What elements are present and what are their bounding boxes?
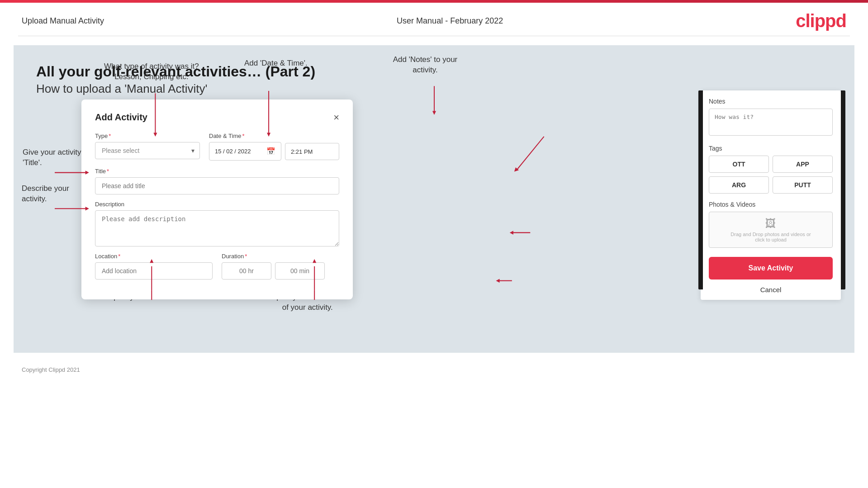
tag-app[interactable]: APP — [773, 156, 833, 173]
header-center: User Manual - February 2022 — [397, 16, 503, 26]
cancel-button[interactable]: Cancel — [701, 283, 841, 300]
annotation-title: Give your activity a 'Title'. — [23, 147, 88, 168]
copyright-text: Copyright Clippd 2021 — [22, 366, 80, 373]
form-row-type-datetime: Type* Please select Date & Time* 15 / 02… — [95, 133, 339, 161]
tags-section: Tags OTT APP ARG PUTT — [701, 141, 841, 197]
duration-group: Duration* — [222, 253, 339, 280]
duration-min-input[interactable] — [275, 262, 325, 280]
duration-inputs — [222, 262, 339, 280]
datetime-inputs: 15 / 02 / 2022 📅 2:21 PM — [209, 142, 339, 161]
form-row-location-duration: Location* Duration* — [95, 253, 339, 280]
modal-title: Add Activity — [95, 112, 147, 123]
datetime-group: Date & Time* 15 / 02 / 2022 📅 2:21 PM — [209, 133, 339, 161]
svg-marker-19 — [510, 231, 513, 235]
notes-section: Notes — [701, 90, 841, 141]
duration-label: Duration* — [222, 253, 339, 260]
photos-label: Photos & Videos — [709, 201, 833, 208]
type-select[interactable]: Please select — [95, 142, 200, 159]
notes-textarea[interactable] — [709, 109, 833, 136]
photos-drop-text: Drag and Drop photos and videos or click… — [730, 232, 811, 242]
annotation-activity-type: What type of activity was it? Lesson, Ch… — [104, 61, 199, 82]
annotation-describe: Describe your activity. — [22, 183, 69, 204]
logo: clippd — [796, 11, 846, 31]
svg-marker-21 — [496, 279, 499, 283]
phone-right-bar — [841, 90, 845, 289]
tag-putt[interactable]: PUTT — [773, 176, 833, 194]
location-input[interactable] — [95, 262, 213, 280]
tag-arg[interactable]: ARG — [709, 176, 769, 194]
type-select-wrapper: Please select — [95, 142, 200, 159]
phone-panel: Notes Tags OTT APP ARG PUTT Photos & Vid… — [701, 90, 841, 300]
form-title-label: Title* — [95, 168, 339, 175]
add-activity-modal: Add Activity × Type* Please select Date … — [81, 99, 353, 299]
modal-header: Add Activity × — [95, 112, 339, 123]
annotation-notes: Add 'Notes' to your activity. — [384, 54, 466, 76]
main-content: All your golf-relevant activities… (Part… — [14, 45, 854, 353]
photos-drop-zone[interactable]: 🖼 Drag and Drop photos and videos or cli… — [709, 212, 833, 248]
annotation-datetime: Add 'Date & Time'. — [244, 58, 308, 68]
calendar-icon: 📅 — [266, 147, 275, 156]
svg-marker-15 — [432, 111, 436, 115]
title-group: Title* — [95, 168, 339, 194]
title-input[interactable] — [95, 177, 339, 194]
duration-hr-input[interactable] — [222, 262, 271, 280]
date-input[interactable]: 15 / 02 / 2022 📅 — [209, 142, 281, 161]
header-left: Upload Manual Activity — [22, 16, 104, 26]
type-group: Type* Please select — [95, 133, 200, 161]
description-group: Description — [95, 201, 339, 246]
location-group: Location* — [95, 253, 213, 280]
description-label: Description — [95, 201, 339, 208]
phone-left-bar — [698, 90, 703, 289]
location-label: Location* — [95, 253, 213, 260]
photo-icon: 🖼 — [765, 217, 776, 230]
modal-close-button[interactable]: × — [333, 113, 339, 123]
save-activity-button[interactable]: Save Activity — [709, 257, 833, 280]
tags-grid: OTT APP ARG PUTT — [709, 156, 833, 194]
header: Upload Manual Activity User Manual - Feb… — [0, 3, 868, 36]
svg-line-16 — [517, 137, 544, 170]
svg-marker-17 — [514, 167, 519, 172]
description-textarea[interactable] — [95, 210, 339, 246]
footer: Copyright Clippd 2021 — [0, 362, 868, 378]
header-divider — [18, 36, 850, 36]
tags-label: Tags — [709, 145, 833, 152]
type-label: Type* — [95, 133, 200, 139]
photos-section: Photos & Videos 🖼 Drag and Drop photos a… — [701, 197, 841, 251]
notes-label: Notes — [709, 98, 833, 105]
datetime-label: Date & Time* — [209, 133, 339, 139]
time-input[interactable]: 2:21 PM — [285, 143, 339, 160]
tag-ott[interactable]: OTT — [709, 156, 769, 173]
